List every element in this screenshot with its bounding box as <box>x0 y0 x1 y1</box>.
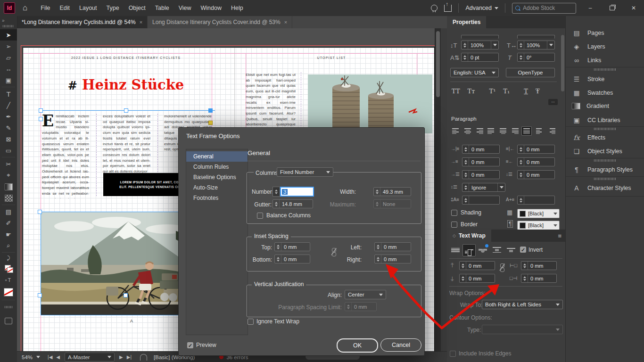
photo-frame-handle[interactable] <box>124 293 128 297</box>
space-before-field[interactable]: 0 mm <box>462 170 500 179</box>
ignore-text-wrap-checkbox[interactable] <box>248 319 254 325</box>
broken-link-icon[interactable] <box>499 263 505 272</box>
stepper[interactable] <box>462 41 468 49</box>
inset-top-value[interactable]: 0 mm <box>281 243 310 251</box>
dialog-tab-footnotes[interactable]: Footnotes <box>186 193 248 203</box>
body-column-1[interactable]: Enimillaccab inctem recae. Ulparia si-mu… <box>42 114 89 198</box>
left-indent-value[interactable]: 0 mm <box>469 145 499 153</box>
towers-photo-frame[interactable] <box>308 74 432 133</box>
dock-grip[interactable] <box>594 178 616 180</box>
prev-page-button[interactable]: ◀ <box>54 354 62 360</box>
dock-item-links[interactable]: ∞Links <box>572 57 601 64</box>
dock-item-gradient[interactable]: Gradient <box>572 103 609 109</box>
justify-last-right-button[interactable] <box>510 126 520 136</box>
minimize-button[interactable]: – <box>583 2 598 14</box>
last-line-indent-value[interactable]: 0 mm <box>524 158 554 166</box>
paragraph-spacing-limit-field[interactable]: 0 mm <box>345 302 377 311</box>
chevron-down-icon[interactable] <box>547 41 554 49</box>
cancel-button[interactable]: Cancel <box>380 338 421 352</box>
vertical-scrollbar[interactable] <box>435 28 441 351</box>
space-between-dropdown[interactable]: Ignore <box>462 183 505 192</box>
small-caps-button[interactable]: Tᴛ <box>468 88 475 95</box>
home-icon[interactable]: ⌂ <box>23 3 27 13</box>
adobe-stock-search-input[interactable]: Adobe Stock <box>512 3 576 14</box>
align-towards-spine-button[interactable] <box>535 126 545 136</box>
space-after-field[interactable]: 0 mm <box>517 170 555 179</box>
apply-gradient-button[interactable] <box>0 301 17 313</box>
balance-columns-checkbox[interactable] <box>257 213 263 219</box>
align-dropdown[interactable]: Center <box>345 290 386 299</box>
close-button[interactable]: ✕ <box>626 2 641 14</box>
menu-object[interactable]: Object <box>124 5 150 11</box>
horizontal-scale-value[interactable]: 100% <box>524 41 547 49</box>
collapse-tools-icon[interactable]: » <box>0 16 17 24</box>
align-right-button[interactable] <box>474 126 485 136</box>
justify-last-left-button[interactable] <box>486 126 496 136</box>
note-tool[interactable]: ▤ <box>0 206 17 217</box>
screen-mode-button[interactable] <box>0 315 17 327</box>
align-center-button[interactable] <box>462 126 473 136</box>
eyedropper-tool[interactable]: ✐ <box>0 217 17 229</box>
border-color-dropdown[interactable]: [Black] <box>517 221 560 230</box>
subscript-button[interactable]: T₁ <box>503 88 510 95</box>
number-field[interactable]: 3 <box>272 187 314 197</box>
bottom-offset-value[interactable]: 0 mm <box>466 274 495 282</box>
left-offset-value[interactable]: 0 mm <box>528 262 556 270</box>
inset-bottom-value[interactable]: 0 mm <box>281 255 310 263</box>
wrap-object-shape-button[interactable] <box>477 244 489 255</box>
hand-tool[interactable]: ☛ <box>0 229 17 240</box>
frame-handle[interactable] <box>39 108 43 113</box>
gap-tool[interactable]: ↔ <box>0 63 17 74</box>
right-offset-value[interactable]: 0 mm <box>528 274 556 282</box>
menu-view[interactable]: View <box>174 5 196 11</box>
no-wrap-button[interactable] <box>449 244 462 255</box>
direct-selection-tool[interactable]: ➢ <box>0 41 17 52</box>
dock-item-paragraph-styles[interactable]: ¶Paragraph Styles <box>572 166 633 173</box>
workspace-dropdown[interactable]: Advanced <box>465 5 498 11</box>
anchored-object-handle[interactable] <box>208 121 213 125</box>
content-collector-tool[interactable]: ▣ <box>0 74 17 86</box>
space-between-value[interactable]: Ignore <box>469 183 497 191</box>
menu-window[interactable]: Window <box>196 5 226 11</box>
selection-tool[interactable]: ➤ <box>0 29 17 41</box>
zoom-dropdown-icon[interactable] <box>36 356 40 360</box>
photo-frame-handle[interactable] <box>38 210 42 214</box>
dock-grip[interactable] <box>594 128 616 130</box>
horizontal-scale-field[interactable]: 100% <box>517 41 555 49</box>
dialog-tab-column-rules[interactable]: Column Rules <box>186 162 248 172</box>
stepper[interactable] <box>272 187 280 197</box>
align-left-button[interactable] <box>451 126 461 136</box>
swap-fill-stroke[interactable]: ⤸ <box>0 254 17 262</box>
tab-document-1[interactable]: *Long Distance Itinerary Cyclists.indd @… <box>17 16 148 28</box>
menu-table[interactable]: Table <box>150 5 174 11</box>
shading-color-dropdown[interactable]: [Black] <box>517 209 560 218</box>
columns-mode-dropdown[interactable]: Fixed Number <box>277 167 333 177</box>
body-column-2[interactable]: exces doluptatium volest et od quaepud i… <box>103 114 150 177</box>
pencil-tool[interactable]: ✎ <box>0 122 17 133</box>
page-tool[interactable]: ▱ <box>0 52 17 63</box>
stepper[interactable] <box>518 53 524 61</box>
skew-value[interactable]: 0° <box>524 53 554 61</box>
broken-link-icon[interactable] <box>330 248 337 256</box>
chevron-down-icon[interactable] <box>491 41 498 49</box>
right-body-column[interactable]: Ebisit que net eum fugi-tas ut ab imposa… <box>246 72 296 130</box>
type-tool[interactable]: T <box>0 88 17 99</box>
gradient-feather-tool[interactable] <box>0 192 17 204</box>
chevron-down-icon[interactable] <box>497 183 505 191</box>
lightbulb-icon[interactable] <box>431 5 438 11</box>
dialog-tab-baseline-options[interactable]: Baseline Options <box>186 172 248 182</box>
pen-tool[interactable]: ✒ <box>0 111 17 122</box>
stepper[interactable] <box>374 188 380 196</box>
inset-top-field[interactable]: 0 mm <box>274 242 310 251</box>
photo-frame-handle[interactable] <box>38 293 42 297</box>
free-transform-tool[interactable]: ⌖ <box>0 170 17 181</box>
all-caps-button[interactable]: TT <box>452 88 460 95</box>
share-icon[interactable] <box>444 5 452 12</box>
include-inside-edges-checkbox[interactable] <box>450 351 456 357</box>
shading-checkbox[interactable] <box>451 210 457 216</box>
dock-item-cc-libraries[interactable]: ▣CC Libraries <box>572 116 620 124</box>
gradient-tool[interactable] <box>0 181 17 192</box>
dock-item-character-styles[interactable]: ACharacter Styles <box>572 184 631 192</box>
frame-handle[interactable] <box>124 108 128 113</box>
inset-left-field[interactable]: 0 mm <box>374 242 411 251</box>
